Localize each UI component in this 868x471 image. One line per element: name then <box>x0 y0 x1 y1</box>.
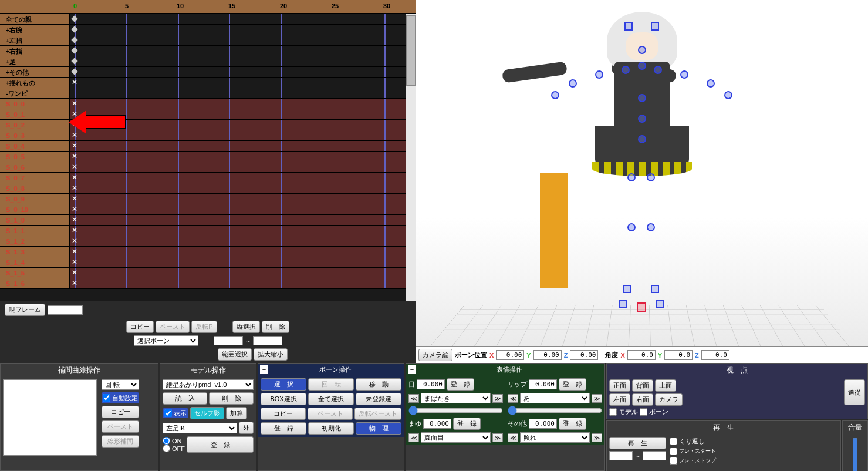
lip-dropdown[interactable]: あ <box>520 393 590 403</box>
model-register-button[interactable]: 登 録 <box>187 436 254 453</box>
self-shadow-button[interactable]: セルフ影 <box>190 407 224 419</box>
back-button[interactable]: 背面 <box>632 379 653 392</box>
lip-slider[interactable] <box>508 406 602 415</box>
model-dropdown[interactable]: 紲星あかりpmd_v1.0 <box>163 379 254 390</box>
keyframe-x-icon[interactable]: ✕ <box>72 142 77 147</box>
keyframe-x-icon[interactable]: ✕ <box>72 184 77 190</box>
add-button[interactable]: 加算 <box>226 407 247 419</box>
track-row[interactable]: S_1_2✕ <box>0 236 416 247</box>
track-label[interactable]: S_0_5 <box>0 152 70 162</box>
track-row[interactable]: +右腕 <box>0 25 416 35</box>
auto-checkbox[interactable] <box>103 394 110 402</box>
brow-register[interactable]: 登 録 <box>453 418 481 430</box>
prev-icon[interactable]: ≪ <box>508 394 518 403</box>
track-cells[interactable] <box>70 25 416 35</box>
model-delete-button[interactable]: 削 除 <box>209 392 254 405</box>
pos-x-input[interactable] <box>496 350 524 360</box>
next-icon[interactable]: ≫ <box>592 394 602 403</box>
keyframe-x-icon[interactable]: ✕ <box>72 205 77 211</box>
ang-y-input[interactable] <box>664 350 693 360</box>
bone-copy-button[interactable]: コピー <box>261 408 306 420</box>
next-icon[interactable]: ≫ <box>492 433 503 442</box>
bone-marker[interactable] <box>569 79 577 88</box>
track-label[interactable]: 全ての親 <box>0 14 70 24</box>
track-label[interactable]: -ワンピ <box>0 88 70 98</box>
track-label[interactable]: S_1_6 <box>0 278 70 288</box>
interp-mode-dropdown[interactable]: 回 転 <box>102 379 139 390</box>
linear-button[interactable]: 線形補間 <box>102 435 139 448</box>
range-to-input[interactable] <box>253 336 282 345</box>
ang-x-input[interactable] <box>627 350 656 360</box>
model-checkbox[interactable] <box>609 408 617 416</box>
track-cells[interactable]: ✕ <box>70 141 416 151</box>
right-button[interactable]: 右面 <box>632 393 653 406</box>
brow-dropdown[interactable]: 真面目 <box>421 432 491 443</box>
track-cells[interactable] <box>70 56 416 66</box>
track-cells[interactable]: ✕ <box>70 236 416 246</box>
track-cells[interactable]: ✕ <box>70 183 416 193</box>
play-to-input[interactable] <box>643 451 666 460</box>
bone-marker[interactable] <box>595 70 603 79</box>
track-cells[interactable]: ✕ <box>70 278 416 288</box>
load-button[interactable]: 読 込 <box>163 392 207 405</box>
init-button[interactable]: 初期化 <box>308 422 354 435</box>
track-cells[interactable]: ✕ <box>70 257 416 267</box>
bone-marker[interactable] <box>638 135 646 143</box>
track-label[interactable]: +足 <box>0 56 70 66</box>
minus-icon[interactable]: − <box>260 365 268 374</box>
physics-button[interactable]: 物 理 <box>356 422 401 435</box>
track-label[interactable]: +その他 <box>0 67 70 77</box>
track-cells[interactable]: ✕ <box>70 99 416 109</box>
camera-button[interactable]: カメラ <box>655 393 683 406</box>
volume-slider[interactable] <box>850 437 860 471</box>
bone-marker[interactable] <box>651 285 659 293</box>
keyframe-x-icon[interactable]: ✕ <box>72 152 77 158</box>
track-cells[interactable] <box>70 88 416 98</box>
prev-icon[interactable]: ≪ <box>408 433 419 442</box>
reverse-p-button[interactable]: 反転P <box>191 321 217 333</box>
timeline-ruler[interactable]: 051015202530 <box>70 0 416 13</box>
track-row[interactable]: S_0_1✕ <box>0 109 416 120</box>
paste-button[interactable]: ペースト <box>156 321 190 333</box>
bone-marker[interactable] <box>638 62 646 70</box>
box-select-button[interactable]: BOX選択 <box>261 393 306 405</box>
track-row[interactable]: S_1_5✕ <box>0 268 416 278</box>
follow-button[interactable]: 追従 <box>844 379 865 405</box>
camera-edit-button[interactable]: カメラ編 <box>418 349 452 361</box>
keyframe-x-icon[interactable]: ✕ <box>72 279 77 285</box>
play-button[interactable]: 再 生 <box>609 437 666 449</box>
track-row[interactable]: S_0_5✕ <box>0 152 416 162</box>
bone-marker[interactable] <box>623 285 631 293</box>
track-label[interactable]: S_0_4 <box>0 141 70 151</box>
track-row[interactable]: +その他 <box>0 67 416 78</box>
left-button[interactable]: 左面 <box>609 393 630 406</box>
track-cells[interactable]: ✕ <box>70 152 416 162</box>
track-label[interactable]: +右指 <box>0 46 70 56</box>
track-cells[interactable]: ✕ <box>70 226 416 236</box>
track-label[interactable]: S_1_1 <box>0 226 70 236</box>
track-row[interactable]: -ワンピ <box>0 88 416 99</box>
eye-value[interactable] <box>417 379 445 389</box>
track-cells[interactable]: ✕ <box>70 215 416 225</box>
track-row[interactable]: +足 <box>0 56 416 67</box>
bone-marker[interactable] <box>656 300 664 308</box>
bone-marker[interactable] <box>647 173 655 181</box>
track-cells[interactable]: ✕ <box>70 130 416 140</box>
track-cells[interactable]: ✕ <box>70 247 416 257</box>
bone-move-button[interactable]: 移 動 <box>356 378 401 391</box>
keyframe-x-icon[interactable]: ✕ <box>72 226 77 232</box>
frame-input[interactable] <box>48 305 83 315</box>
bone-marker[interactable] <box>622 66 630 74</box>
track-row[interactable]: S_0_3✕ <box>0 130 416 141</box>
track-cells[interactable]: ✕ <box>70 204 416 214</box>
track-row[interactable]: S_1_4✕ <box>0 257 416 268</box>
track-label[interactable]: +左指 <box>0 35 70 45</box>
bone-marker[interactable] <box>724 91 732 99</box>
3d-viewport[interactable] <box>416 0 868 363</box>
bone-marker[interactable] <box>638 46 646 54</box>
prev-icon[interactable]: ≪ <box>508 433 518 442</box>
column-select-button[interactable]: 縦選択 <box>232 321 260 333</box>
track-row[interactable]: S_1_6✕ <box>0 278 416 289</box>
bone-marker[interactable] <box>680 70 688 79</box>
bone-select-button[interactable]: 選 択 <box>261 378 306 391</box>
